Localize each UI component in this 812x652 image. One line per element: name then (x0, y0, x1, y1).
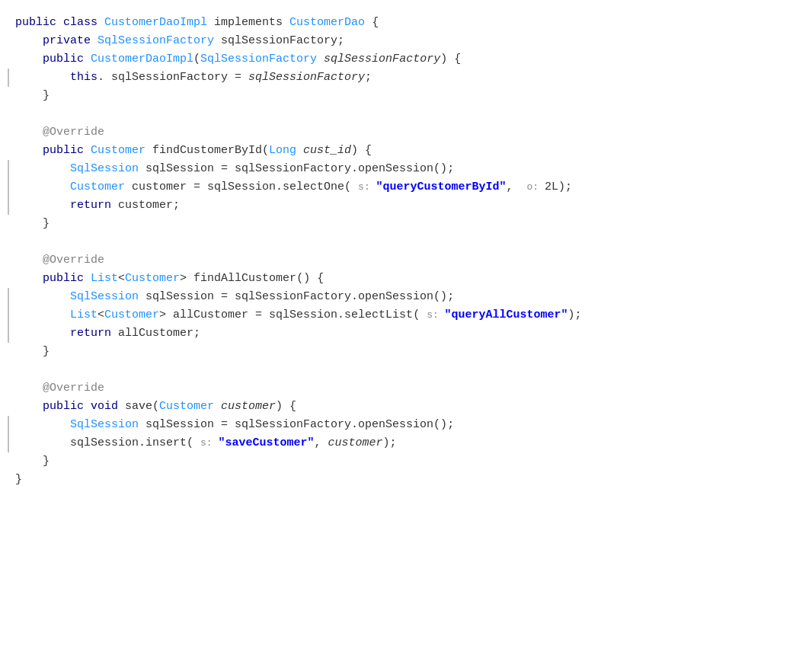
code-line-19: } (0, 343, 812, 361)
method-opensession-3: openSession() (358, 416, 447, 434)
type-customer-generic: Customer (125, 270, 180, 288)
type-customer-param: Customer (159, 398, 221, 416)
method-findcustomerbyid: findCustomerById( (152, 142, 269, 160)
code-line-16: SqlSession sqlSession = sqlSessionFactor… (0, 288, 812, 306)
type-sqlsession-1: SqlSession (70, 160, 145, 178)
keyword-public-5: public (43, 398, 91, 416)
code-line-10: Customer customer = sqlSession.selectOne… (0, 178, 812, 197)
string-savecustomer: "saveCustomer" (218, 434, 314, 452)
param-name-sqlsessionfactory: sqlSessionFactory (324, 50, 440, 69)
type-sqlsessionfactory: SqlSessionFactory (98, 32, 221, 50)
code-line-11: return customer; (0, 197, 812, 215)
code-line-14: @Override (0, 251, 812, 270)
code-line-2: private SqlSessionFactory sqlSessionFact… (0, 32, 812, 50)
code-line-6 (0, 105, 812, 123)
keyword-implements: implements (214, 14, 289, 32)
method-insert: insert (145, 434, 187, 452)
code-line-18: return allCustomer; (0, 324, 812, 343)
code-line-4: this. sqlSessionFactory = sqlSessionFact… (0, 69, 812, 87)
code-line-22: public void save(Customer customer) { (0, 398, 812, 416)
code-line-21: @Override (0, 379, 812, 398)
code-line-3: public CustomerDaoImpl(SqlSessionFactory… (0, 50, 812, 69)
return-type-customer: Customer (91, 142, 152, 160)
code-line-20 (0, 361, 812, 379)
label-o: o: (527, 180, 545, 196)
keyword-public: public (15, 14, 63, 32)
string-queryallcustomer: "queryAllCustomer" (445, 306, 568, 324)
keyword-public-4: public (43, 270, 91, 288)
keyword-this: this (70, 69, 98, 87)
param-name-customer: customer (221, 398, 276, 416)
code-line-23: SqlSession sqlSession = sqlSessionFactor… (0, 416, 812, 434)
method-opensession-2: openSession() (358, 288, 447, 306)
keyword-return-1: return (70, 197, 118, 215)
code-line-25: } (0, 452, 812, 471)
type-list-customer: List (91, 270, 118, 288)
annotation-override-1: @Override (15, 123, 104, 142)
code-line-15: public List<Customer> findAllCustomer() … (0, 270, 812, 288)
keyword-class: class (63, 14, 104, 32)
param-type-long: Long (269, 142, 303, 160)
param-ref-customer: customer (328, 434, 383, 452)
keyword-private: private (43, 32, 98, 50)
code-line-24: sqlSession.insert( s: "saveCustomer", cu… (0, 434, 812, 452)
type-sqlsession-3: SqlSession (70, 416, 145, 434)
keyword-void: void (91, 398, 125, 416)
label-s-2: s: (427, 308, 444, 324)
param-ref-sqlsessionfactory: sqlSessionFactory (248, 69, 365, 87)
method-selectlist: selectList (344, 306, 413, 324)
code-line-17: List<Customer> allCustomer = sqlSession.… (0, 306, 812, 324)
type-list-customer-2: List (70, 306, 98, 324)
param-type-sqlsessionfactory: SqlSessionFactory (200, 50, 324, 69)
code-line-12: } (0, 215, 812, 233)
method-save: save (125, 398, 152, 416)
code-line-5: } (0, 87, 812, 105)
keyword-return-2: return (70, 324, 118, 343)
label-s-1: s: (358, 180, 376, 196)
type-customer-generic-2: Customer (104, 306, 159, 324)
method-selectone: selectOne (283, 178, 344, 197)
type-customer-1: Customer (70, 178, 132, 197)
param-name-custid: cust_id (303, 142, 351, 160)
annotation-override-3: @Override (15, 379, 104, 398)
interface-customerdao: CustomerDao (289, 14, 365, 32)
keyword-public-2: public (43, 50, 91, 69)
code-line-9: SqlSession sqlSession = sqlSessionFactor… (0, 160, 812, 178)
code-line-7: @Override (0, 123, 812, 142)
annotation-override-2: @Override (15, 251, 104, 270)
string-querycustomerbyid: "queryCustomerById" (376, 178, 507, 197)
classname-customerdaoimpl: CustomerDaoImpl (104, 14, 214, 32)
code-line-8: public Customer findCustomerById(Long cu… (0, 142, 812, 160)
code-line-26: } (0, 471, 812, 489)
method-findallcustomer: findAllCustomer (193, 270, 296, 288)
code-line-13 (0, 233, 812, 251)
type-sqlsession-2: SqlSession (70, 288, 145, 306)
keyword-public-3: public (43, 142, 91, 160)
code-line-1: public class CustomerDaoImpl implements … (0, 14, 812, 32)
constructor-name: CustomerDaoImpl (91, 50, 193, 69)
label-s-3: s: (200, 436, 218, 452)
method-opensession-1: openSession() (358, 160, 447, 178)
code-container: public class CustomerDaoImpl implements … (0, 8, 812, 652)
